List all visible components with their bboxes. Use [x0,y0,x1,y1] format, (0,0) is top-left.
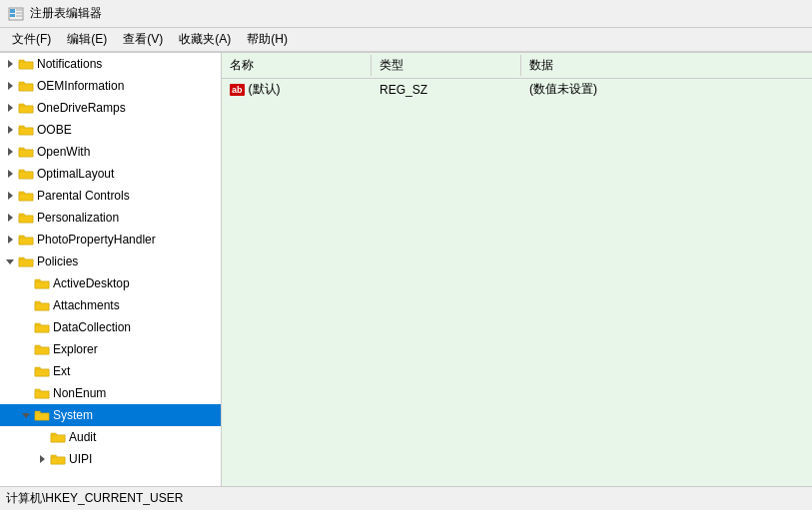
svg-rect-5 [16,15,22,17]
tree-item-label: OpenWith [37,142,90,162]
tree-item-label: Audit [69,427,96,447]
expand-icon[interactable] [2,100,18,116]
tree-item-label: OEMInformation [37,76,124,96]
folder-icon [18,211,34,225]
tree-item-openwith[interactable]: OpenWith [0,141,221,163]
cell-name: ab(默认) [222,79,372,100]
expand-icon[interactable] [2,188,18,204]
tree-item-system[interactable]: System [0,404,221,426]
tree-item-uipi[interactable]: UIPI [0,448,221,470]
folder-icon [18,101,34,115]
col-header-type: 类型 [372,55,521,76]
tree-item-label: OOBE [37,120,72,140]
svg-rect-2 [10,14,15,17]
folder-icon [18,57,34,71]
col-header-data: 数据 [521,55,812,76]
folder-icon [34,364,50,378]
expand-icon[interactable] [2,78,18,94]
tree-item-explorer[interactable]: Explorer [0,338,221,360]
tree-item-notifications[interactable]: Notifications [0,53,221,75]
folder-icon [50,452,66,466]
folder-icon [34,364,50,378]
tree-item-oeminformation[interactable]: OEMInformation [0,75,221,97]
expand-icon[interactable] [2,144,18,160]
folder-icon [34,276,50,290]
folder-icon [50,430,66,444]
tree-item-label: System [53,405,93,425]
folder-icon [18,79,34,93]
expand-icon[interactable] [2,254,18,269]
cell-type: REG_SZ [372,81,521,99]
folder-icon [34,298,50,312]
menu-help[interactable]: 帮助(H) [239,29,296,50]
folder-icon [18,233,34,247]
expand-icon[interactable] [2,232,18,248]
folder-icon [18,167,34,181]
tree-item-parentalcontrols[interactable]: Parental Controls [0,185,221,207]
svg-rect-3 [16,9,22,11]
menu-view[interactable]: 查看(V) [115,29,171,50]
expand-icon[interactable] [2,56,18,72]
tree-item-policies[interactable]: Policies [0,251,221,272]
folder-icon [18,189,34,203]
tree-item-label: Attachments [53,295,120,315]
reg-string-icon: ab [230,84,245,96]
tree-item-label: Notifications [37,54,102,74]
tree-item-label: ActiveDesktop [53,273,130,293]
expand-icon[interactable] [18,407,34,423]
folder-icon [18,123,34,137]
folder-icon [34,386,50,400]
menu-bar: 文件(F) 编辑(E) 查看(V) 收藏夹(A) 帮助(H) [0,28,812,52]
folder-icon [18,57,34,71]
folder-icon [50,452,66,466]
tree-item-nonenum[interactable]: NonEnum [0,382,221,404]
cell-data: (数值未设置) [521,79,812,100]
tree-item-label: OptimalLayout [37,164,114,184]
tree-panel[interactable]: Notifications OEMInformation OneDriveRam… [0,53,222,486]
svg-rect-4 [16,12,22,14]
menu-edit[interactable]: 编辑(E) [59,29,115,50]
tree-item-label: DataCollection [53,317,131,337]
tree-item-oobe[interactable]: OOBE [0,119,221,141]
tree-item-label: Parental Controls [37,186,130,206]
menu-file[interactable]: 文件(F) [4,29,59,50]
menu-favorites[interactable]: 收藏夹(A) [171,29,239,50]
tree-item-label: Explorer [53,339,98,359]
folder-icon [18,145,34,159]
svg-rect-1 [10,9,15,13]
folder-icon [34,342,50,356]
folder-icon [34,298,50,312]
expand-icon[interactable] [2,166,18,182]
folder-icon [18,189,34,203]
status-bar: 计算机\HKEY_CURRENT_USER [0,486,812,510]
title-bar: 注册表编辑器 [0,0,812,28]
tree-item-label: UIPI [69,449,92,469]
tree-item-activedesktop[interactable]: ActiveDesktop [0,272,221,294]
expand-icon[interactable] [2,122,18,138]
value-name: (默认) [249,81,281,98]
folder-icon [34,276,50,290]
tree-item-onedriveramps[interactable]: OneDriveRamps [0,97,221,119]
col-header-name: 名称 [222,55,372,76]
tree-item-attachments[interactable]: Attachments [0,294,221,316]
title-bar-text: 注册表编辑器 [30,5,102,22]
tree-item-label: NonEnum [53,383,106,403]
tree-item-label: PhotoPropertyHandler [37,230,156,250]
folder-icon [34,320,50,334]
folder-icon [18,79,34,93]
folder-icon [18,101,34,115]
tree-item-label: Ext [53,361,70,381]
expand-icon[interactable] [2,210,18,226]
tree-item-audit[interactable]: Audit [0,426,221,448]
tree-item-label: Personalization [37,208,119,228]
tree-item-optimallayout[interactable]: OptimalLayout [0,163,221,185]
expand-icon[interactable] [34,451,50,467]
tree-item-datacollection[interactable]: DataCollection [0,316,221,338]
tree-item-label: OneDriveRamps [37,98,126,118]
tree-item-photopropertyhandler[interactable]: PhotoPropertyHandler [0,229,221,251]
folder-icon [34,320,50,334]
data-table-header: 名称 类型 数据 [222,53,812,79]
tree-item-personalization[interactable]: Personalization [0,207,221,229]
tree-item-ext[interactable]: Ext [0,360,221,382]
data-row[interactable]: ab(默认) REG_SZ (数值未设置) [222,79,812,101]
